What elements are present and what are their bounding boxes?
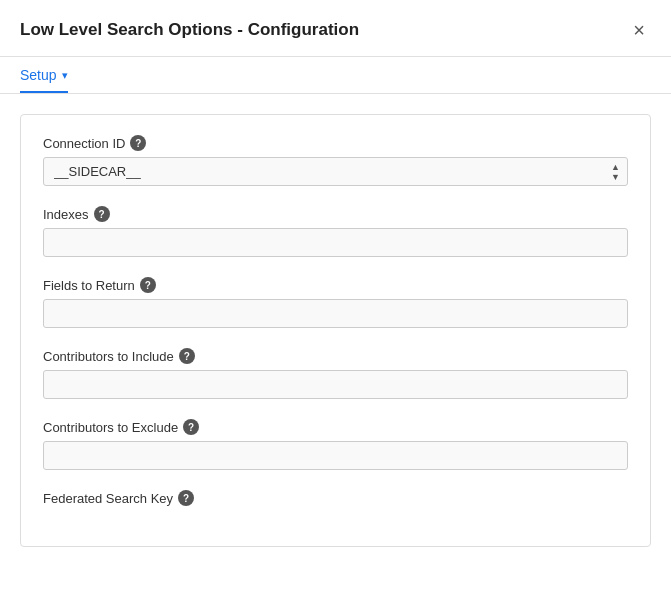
contributors-exclude-group: Contributors to Exclude ? [43, 419, 628, 470]
modal-body: Connection ID ? __SIDECAR__ ▲ ▼ Indexes [0, 94, 671, 607]
contributors-exclude-help-icon[interactable]: ? [183, 419, 199, 435]
contributors-exclude-input[interactable] [43, 441, 628, 470]
fields-to-return-label: Fields to Return ? [43, 277, 628, 293]
indexes-input[interactable] [43, 228, 628, 257]
chevron-down-icon: ▾ [62, 69, 68, 82]
indexes-label: Indexes ? [43, 206, 628, 222]
modal-title: Low Level Search Options - Configuration [20, 20, 359, 40]
federated-search-key-help-icon[interactable]: ? [178, 490, 194, 506]
federated-search-key-group: Federated Search Key ? [43, 490, 628, 506]
tab-setup[interactable]: Setup ▾ [20, 57, 68, 93]
contributors-include-label: Contributors to Include ? [43, 348, 628, 364]
indexes-help-icon[interactable]: ? [94, 206, 110, 222]
fields-to-return-input[interactable] [43, 299, 628, 328]
contributors-include-help-icon[interactable]: ? [179, 348, 195, 364]
contributors-exclude-label: Contributors to Exclude ? [43, 419, 628, 435]
fields-to-return-help-icon[interactable]: ? [140, 277, 156, 293]
connection-id-select[interactable]: __SIDECAR__ [43, 157, 628, 186]
indexes-group: Indexes ? [43, 206, 628, 257]
fields-to-return-group: Fields to Return ? [43, 277, 628, 328]
connection-id-help-icon[interactable]: ? [130, 135, 146, 151]
contributors-include-input[interactable] [43, 370, 628, 399]
connection-id-group: Connection ID ? __SIDECAR__ ▲ ▼ [43, 135, 628, 186]
contributors-include-group: Contributors to Include ? [43, 348, 628, 399]
close-button[interactable]: × [627, 18, 651, 42]
modal-header: Low Level Search Options - Configuration… [0, 0, 671, 57]
connection-id-select-wrapper: __SIDECAR__ ▲ ▼ [43, 157, 628, 186]
federated-search-key-label: Federated Search Key ? [43, 490, 628, 506]
tab-setup-label: Setup [20, 67, 57, 83]
connection-id-label: Connection ID ? [43, 135, 628, 151]
form-card: Connection ID ? __SIDECAR__ ▲ ▼ Indexes [20, 114, 651, 547]
modal-tabs: Setup ▾ [0, 57, 671, 94]
modal: Low Level Search Options - Configuration… [0, 0, 671, 607]
